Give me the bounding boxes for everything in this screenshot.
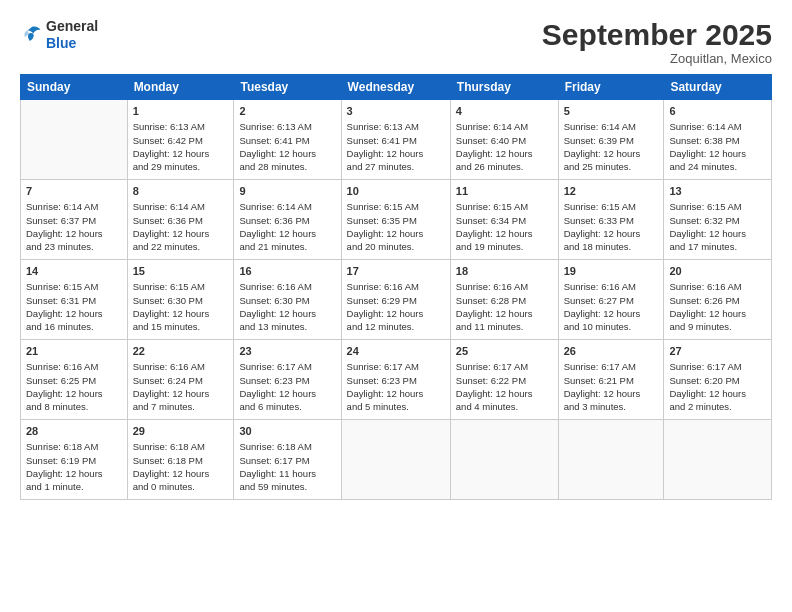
day-info: Sunrise: 6:16 AM: [564, 280, 659, 293]
day-info: Sunset: 6:29 PM: [347, 294, 445, 307]
day-info: Sunset: 6:31 PM: [26, 294, 122, 307]
day-info: Sunset: 6:17 PM: [239, 454, 335, 467]
day-info: Daylight: 12 hours: [456, 307, 553, 320]
calendar-header-tuesday: Tuesday: [234, 75, 341, 100]
day-info: and 27 minutes.: [347, 160, 445, 173]
day-info: Daylight: 12 hours: [564, 387, 659, 400]
day-info: Sunset: 6:37 PM: [26, 214, 122, 227]
day-number: 11: [456, 184, 553, 199]
day-info: Sunrise: 6:18 AM: [133, 440, 229, 453]
logo: General Blue: [20, 18, 98, 52]
day-info: and 15 minutes.: [133, 320, 229, 333]
day-number: 3: [347, 104, 445, 119]
day-number: 6: [669, 104, 766, 119]
day-info: Sunset: 6:18 PM: [133, 454, 229, 467]
calendar-cell: 22Sunrise: 6:16 AMSunset: 6:24 PMDayligh…: [127, 340, 234, 420]
calendar-cell: 8Sunrise: 6:14 AMSunset: 6:36 PMDaylight…: [127, 180, 234, 260]
day-info: and 6 minutes.: [239, 400, 335, 413]
day-info: Daylight: 12 hours: [133, 307, 229, 320]
day-info: and 29 minutes.: [133, 160, 229, 173]
day-number: 28: [26, 424, 122, 439]
day-info: Daylight: 12 hours: [564, 147, 659, 160]
calendar-week-3: 14Sunrise: 6:15 AMSunset: 6:31 PMDayligh…: [21, 260, 772, 340]
calendar-cell: 26Sunrise: 6:17 AMSunset: 6:21 PMDayligh…: [558, 340, 664, 420]
calendar-cell: 29Sunrise: 6:18 AMSunset: 6:18 PMDayligh…: [127, 420, 234, 500]
day-info: Daylight: 12 hours: [26, 467, 122, 480]
day-number: 27: [669, 344, 766, 359]
day-info: Daylight: 12 hours: [669, 307, 766, 320]
day-info: and 22 minutes.: [133, 240, 229, 253]
calendar-header-wednesday: Wednesday: [341, 75, 450, 100]
day-number: 16: [239, 264, 335, 279]
day-info: Daylight: 12 hours: [564, 227, 659, 240]
day-number: 26: [564, 344, 659, 359]
calendar-cell: 28Sunrise: 6:18 AMSunset: 6:19 PMDayligh…: [21, 420, 128, 500]
day-number: 24: [347, 344, 445, 359]
calendar-cell: 16Sunrise: 6:16 AMSunset: 6:30 PMDayligh…: [234, 260, 341, 340]
day-info: and 5 minutes.: [347, 400, 445, 413]
day-info: Sunset: 6:32 PM: [669, 214, 766, 227]
day-number: 21: [26, 344, 122, 359]
calendar-header-thursday: Thursday: [450, 75, 558, 100]
calendar-cell: [21, 100, 128, 180]
month-title: September 2025: [542, 18, 772, 51]
day-info: Daylight: 12 hours: [456, 387, 553, 400]
day-number: 10: [347, 184, 445, 199]
title-block: September 2025 Zoquitlan, Mexico: [542, 18, 772, 66]
day-info: and 0 minutes.: [133, 480, 229, 493]
day-number: 22: [133, 344, 229, 359]
day-number: 8: [133, 184, 229, 199]
day-info: Sunset: 6:41 PM: [239, 134, 335, 147]
day-info: Daylight: 12 hours: [347, 227, 445, 240]
day-info: Daylight: 12 hours: [669, 147, 766, 160]
day-info: Sunset: 6:19 PM: [26, 454, 122, 467]
day-info: Sunset: 6:22 PM: [456, 374, 553, 387]
logo-bird-icon: [20, 24, 42, 46]
calendar-cell: 25Sunrise: 6:17 AMSunset: 6:22 PMDayligh…: [450, 340, 558, 420]
calendar-cell: 9Sunrise: 6:14 AMSunset: 6:36 PMDaylight…: [234, 180, 341, 260]
day-info: Sunrise: 6:13 AM: [347, 120, 445, 133]
day-number: 13: [669, 184, 766, 199]
day-info: and 10 minutes.: [564, 320, 659, 333]
day-number: 17: [347, 264, 445, 279]
day-info: Daylight: 12 hours: [669, 387, 766, 400]
calendar-cell: 21Sunrise: 6:16 AMSunset: 6:25 PMDayligh…: [21, 340, 128, 420]
calendar-header-monday: Monday: [127, 75, 234, 100]
day-info: Sunset: 6:27 PM: [564, 294, 659, 307]
day-info: Sunset: 6:30 PM: [239, 294, 335, 307]
day-number: 9: [239, 184, 335, 199]
day-info: Sunrise: 6:14 AM: [26, 200, 122, 213]
day-info: Sunrise: 6:15 AM: [669, 200, 766, 213]
day-info: Sunset: 6:23 PM: [347, 374, 445, 387]
day-info: Daylight: 12 hours: [133, 227, 229, 240]
day-info: and 28 minutes.: [239, 160, 335, 173]
day-info: and 18 minutes.: [564, 240, 659, 253]
day-info: Sunset: 6:39 PM: [564, 134, 659, 147]
day-info: Sunset: 6:23 PM: [239, 374, 335, 387]
day-info: Sunset: 6:34 PM: [456, 214, 553, 227]
calendar-cell: 4Sunrise: 6:14 AMSunset: 6:40 PMDaylight…: [450, 100, 558, 180]
day-number: 1: [133, 104, 229, 119]
day-number: 23: [239, 344, 335, 359]
day-number: 15: [133, 264, 229, 279]
day-info: Sunrise: 6:18 AM: [239, 440, 335, 453]
day-info: Daylight: 11 hours: [239, 467, 335, 480]
day-number: 25: [456, 344, 553, 359]
calendar-cell: 23Sunrise: 6:17 AMSunset: 6:23 PMDayligh…: [234, 340, 341, 420]
calendar-cell: 12Sunrise: 6:15 AMSunset: 6:33 PMDayligh…: [558, 180, 664, 260]
day-info: and 12 minutes.: [347, 320, 445, 333]
day-number: 30: [239, 424, 335, 439]
day-info: Daylight: 12 hours: [133, 467, 229, 480]
logo-text: General Blue: [46, 18, 98, 52]
calendar-cell: 19Sunrise: 6:16 AMSunset: 6:27 PMDayligh…: [558, 260, 664, 340]
day-info: and 9 minutes.: [669, 320, 766, 333]
calendar-table: SundayMondayTuesdayWednesdayThursdayFrid…: [20, 74, 772, 500]
day-info: Daylight: 12 hours: [239, 387, 335, 400]
day-info: Sunrise: 6:13 AM: [133, 120, 229, 133]
day-info: and 3 minutes.: [564, 400, 659, 413]
calendar-cell: 7Sunrise: 6:14 AMSunset: 6:37 PMDaylight…: [21, 180, 128, 260]
day-info: Sunrise: 6:15 AM: [347, 200, 445, 213]
day-number: 14: [26, 264, 122, 279]
day-info: Sunset: 6:36 PM: [133, 214, 229, 227]
day-info: Daylight: 12 hours: [239, 307, 335, 320]
